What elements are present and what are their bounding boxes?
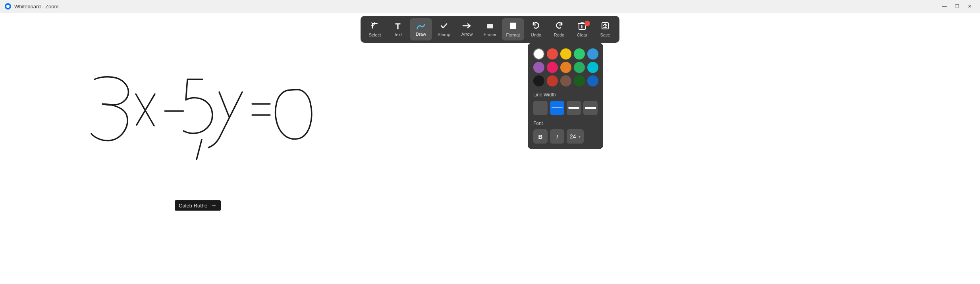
redo-tool-label: Redo	[554, 33, 564, 37]
line-medium-thin-preview	[552, 107, 563, 108]
color-dark-blue[interactable]	[587, 75, 598, 86]
format-tool-label: Format	[506, 33, 520, 37]
font-label: Font	[533, 121, 598, 126]
format-panel: Line Width Font B I	[528, 43, 603, 149]
text-tool-label: Text	[394, 32, 402, 37]
canvas-area[interactable]: Caleb Rothe → Select T Text	[0, 13, 980, 284]
maximize-button[interactable]: ❐	[951, 2, 963, 11]
format-icon	[509, 21, 517, 31]
undo-tool-label: Undo	[531, 33, 541, 37]
clear-tool-label: Clear	[577, 33, 587, 37]
font-size-selector[interactable]: 24 ▾	[567, 129, 584, 144]
attribution-label: Caleb Rothe →	[175, 200, 221, 211]
color-white[interactable]	[533, 48, 544, 59]
color-purple[interactable]	[533, 62, 544, 73]
line-thick-preview	[585, 107, 596, 109]
line-width-section: Line Width	[533, 92, 598, 115]
undo-tool-button[interactable]: Undo	[525, 18, 547, 40]
italic-button[interactable]: I	[550, 129, 564, 144]
color-orange[interactable]	[560, 62, 571, 73]
font-size-chevron: ▾	[579, 134, 581, 139]
bold-button[interactable]: B	[533, 129, 548, 144]
redo-icon	[555, 21, 563, 31]
draw-tool-button[interactable]: Draw	[410, 18, 432, 40]
attribution-name: Caleb Rothe	[179, 203, 207, 209]
undo-icon	[532, 21, 540, 31]
close-button[interactable]: ✕	[964, 2, 975, 11]
color-green[interactable]	[574, 62, 585, 73]
line-thin-button[interactable]	[533, 101, 548, 115]
line-thick-button[interactable]	[583, 101, 598, 115]
line-medium-thin-button[interactable]	[550, 101, 564, 115]
svg-rect-10	[579, 24, 585, 29]
draw-tool-label: Draw	[416, 32, 426, 36]
app-icon	[5, 3, 11, 10]
color-yellow[interactable]	[560, 48, 571, 59]
color-dark-green[interactable]	[574, 75, 585, 86]
drawing-canvas	[0, 13, 980, 284]
arrow-tool-button[interactable]: Arrow	[456, 18, 478, 40]
select-icon	[370, 21, 379, 31]
arrow-tool-label: Arrow	[461, 32, 473, 36]
color-black[interactable]	[533, 75, 544, 86]
color-pink[interactable]	[547, 62, 558, 73]
line-width-options	[533, 101, 598, 115]
color-light-green[interactable]	[574, 48, 585, 59]
color-red[interactable]	[547, 48, 558, 59]
svg-rect-9	[510, 23, 516, 29]
color-grid	[533, 48, 598, 86]
color-teal[interactable]	[587, 62, 598, 73]
text-tool-button[interactable]: T Text	[387, 18, 409, 40]
clear-red-indicator	[585, 21, 590, 26]
color-brown[interactable]	[560, 75, 571, 86]
color-crimson[interactable]	[547, 75, 558, 86]
stamp-tool-button[interactable]: Stamp	[433, 18, 455, 40]
svg-rect-7	[487, 24, 493, 29]
text-icon: T	[395, 22, 400, 31]
save-tool-label: Save	[600, 33, 610, 37]
line-width-label: Line Width	[533, 92, 598, 98]
font-controls: B I 24 ▾	[533, 129, 598, 144]
toolbar: Select T Text Draw Stamp	[361, 16, 619, 43]
select-tool-button[interactable]: Select	[364, 18, 386, 40]
draw-icon	[417, 23, 425, 31]
svg-point-0	[6, 5, 10, 8]
stamp-icon	[440, 22, 448, 31]
format-tool-button[interactable]: Format	[502, 18, 524, 40]
color-blue[interactable]	[587, 48, 598, 59]
font-size-value: 24	[570, 133, 576, 140]
line-thin-preview	[535, 108, 546, 108]
clear-icon	[578, 21, 586, 31]
redo-tool-button[interactable]: Redo	[548, 18, 570, 40]
clear-tool-button[interactable]: Clear	[571, 18, 593, 40]
save-tool-button[interactable]: Save	[594, 18, 616, 40]
arrow-icon	[462, 22, 472, 31]
font-section: Font B I 24 ▾	[533, 121, 598, 144]
title-bar: Whiteboard - Zoom — ❐ ✕	[0, 0, 980, 13]
stamp-tool-label: Stamp	[438, 32, 450, 37]
line-medium-button[interactable]	[567, 101, 581, 115]
select-tool-label: Select	[369, 33, 381, 37]
save-icon	[601, 21, 610, 31]
minimize-button[interactable]: —	[939, 2, 950, 11]
line-medium-preview	[568, 107, 579, 109]
window-title: Whiteboard - Zoom	[14, 4, 58, 10]
attribution-arrow: →	[210, 202, 217, 209]
eraser-tool-button[interactable]: Eraser	[479, 18, 501, 40]
eraser-icon	[486, 22, 494, 31]
window-controls: — ❐ ✕	[939, 2, 975, 11]
eraser-tool-label: Eraser	[484, 32, 496, 37]
